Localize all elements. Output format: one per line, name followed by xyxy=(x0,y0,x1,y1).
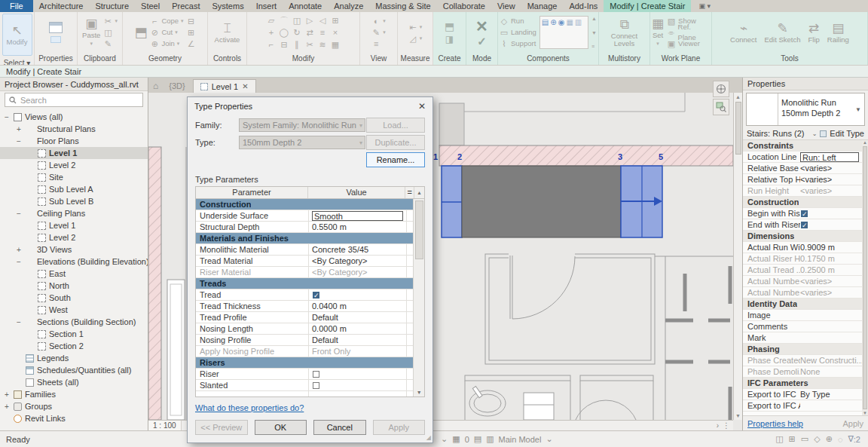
parameter-row[interactable]: Structural Depth 0.5500 m xyxy=(196,222,413,233)
property-value[interactable]: <varies> xyxy=(800,174,862,185)
connect-button[interactable]: ⌁ Connect xyxy=(730,22,756,44)
sketch-component-icon[interactable]: ◨ xyxy=(445,34,454,44)
property-value[interactable]: By Type xyxy=(800,389,862,400)
ref-plane-button[interactable]: ⌯Ref. Plane xyxy=(667,27,710,38)
zoom-region-icon[interactable] xyxy=(713,99,729,115)
checkbox-icon[interactable] xyxy=(313,292,319,299)
select-links-icon[interactable]: ▭ xyxy=(801,434,808,444)
type-select[interactable]: 150mm Depth 2 xyxy=(239,136,365,149)
property-row[interactable]: Location Line Run: Left xyxy=(743,152,862,163)
tree-item[interactable]: North xyxy=(0,280,148,292)
view-scale[interactable]: 1 : 100 xyxy=(148,421,182,430)
view-tab-3d[interactable]: {3D} xyxy=(162,79,191,93)
gallery-up-icon[interactable]: ▲ xyxy=(591,16,597,21)
tree-item[interactable]: West xyxy=(0,304,148,316)
copy-element-icon[interactable]: ◯ xyxy=(278,26,291,38)
offset-icon[interactable]: ⌒ xyxy=(278,14,291,26)
exclude-options-icon[interactable]: ◫ xyxy=(775,434,783,444)
set-workplane-button[interactable]: ▦ Set▾ xyxy=(652,17,664,47)
property-row[interactable]: IFC Parameters xyxy=(743,378,862,389)
spiral-run-icon[interactable]: ⊕ xyxy=(550,18,556,26)
tree-item[interactable]: East xyxy=(0,268,148,280)
property-value[interactable] xyxy=(800,332,862,343)
parameter-row[interactable]: Tread xyxy=(196,289,413,301)
tree-expander[interactable]: + xyxy=(3,403,11,411)
gallery-expand-icon[interactable]: ≡ xyxy=(591,44,597,49)
property-value[interactable] xyxy=(800,321,862,332)
editing-requests-icon[interactable]: ▤ xyxy=(474,434,481,444)
cut-geometry-button[interactable]: ⊘Cut▾ xyxy=(150,27,183,38)
cut-icon[interactable]: ✂ xyxy=(103,16,112,26)
ribbon-tab[interactable]: Collaborate xyxy=(437,0,491,12)
parameter-row[interactable]: Construction xyxy=(196,199,413,210)
checkbox-icon[interactable] xyxy=(313,382,319,389)
edit-in-place-icon[interactable]: ⊞ xyxy=(789,434,796,444)
parameter-value[interactable]: Front Only xyxy=(309,346,407,357)
tree-expander[interactable]: − xyxy=(15,258,23,266)
run-type-gallery[interactable]: ▤ ⊕ ◉ ▦ ▥ xyxy=(539,16,588,49)
ribbon-tab[interactable]: Analyze xyxy=(328,0,369,12)
properties-icon[interactable] xyxy=(49,22,63,33)
parameter-value[interactable]: Smooth xyxy=(309,210,407,221)
viewer-button[interactable]: ▣Viewer xyxy=(667,38,710,49)
run-button[interactable]: ◇Run xyxy=(500,16,536,26)
ribbon-tab[interactable]: Annotate xyxy=(283,0,328,12)
tree-item[interactable]: Sub Level B xyxy=(0,195,148,207)
table-scroll-up-icon[interactable]: ▲ xyxy=(414,187,424,198)
design-option-select[interactable]: Main Model xyxy=(499,435,542,444)
extend-icon[interactable]: ∥ xyxy=(291,38,304,51)
property-value[interactable] xyxy=(800,208,862,219)
properties-title[interactable]: Properties xyxy=(743,78,868,90)
cope-button[interactable]: ⌐Cope▾ xyxy=(150,16,183,26)
copy-icon[interactable]: ◫ xyxy=(103,27,112,38)
ribbon-state-toggle[interactable]: ▣ ▾ xyxy=(698,0,711,12)
ribbon-tab[interactable]: Systems xyxy=(206,0,249,12)
tree-item[interactable]: Site xyxy=(0,171,148,183)
ok-button[interactable]: OK xyxy=(255,420,307,435)
tree-expander[interactable]: − xyxy=(15,137,23,145)
beam-icon[interactable]: ⊟ xyxy=(187,16,196,26)
tree-item[interactable]: Section 1 xyxy=(0,328,148,340)
tree-item[interactable]: Level 2 xyxy=(0,159,148,171)
straight-run-icon[interactable]: ▤ xyxy=(542,18,549,26)
edit-sketch-button[interactable]: ✎ Edit Sketch xyxy=(764,22,800,44)
group-icon[interactable]: ▦ xyxy=(329,38,342,51)
tree-item[interactable]: Legends xyxy=(0,352,148,364)
dialog-resize-grip-icon[interactable]: ◢ xyxy=(426,434,431,441)
tree-item[interactable]: Section 2 xyxy=(0,340,148,352)
property-row[interactable]: Actual Run Wi... 0.9009 m xyxy=(743,242,862,253)
modify-button[interactable]: ↖ Modify xyxy=(2,14,32,56)
drag-selection-icon[interactable]: ◌ xyxy=(838,435,843,444)
property-value[interactable]: 0.2500 m xyxy=(800,265,862,275)
select-pinned-icon[interactable]: ⊕ xyxy=(826,434,833,444)
property-row[interactable]: Run Height <varies> xyxy=(743,185,862,197)
duplicate-button[interactable]: Duplicate... xyxy=(366,135,425,150)
property-row[interactable]: Relative Top H... <varies> xyxy=(743,174,862,185)
tree-expander[interactable]: + xyxy=(15,246,23,254)
selection-caret-icon[interactable]: ⌄ xyxy=(812,130,818,137)
properties-help-link[interactable]: Properties help xyxy=(747,419,803,428)
gallery-down-icon[interactable]: ▼ xyxy=(591,30,597,35)
tree-item[interactable]: South xyxy=(0,292,148,304)
properties-doc-link[interactable]: What do these properties do? xyxy=(195,403,425,412)
pin-icon[interactable]: ≡ xyxy=(316,26,329,38)
ribbon-tab[interactable]: Add-Ins xyxy=(563,0,604,12)
parameter-row[interactable]: Underside Surface Smooth xyxy=(196,210,413,222)
property-value[interactable] xyxy=(780,344,862,354)
tree-item[interactable]: Revit Links xyxy=(0,412,148,424)
parameter-row[interactable]: Riser xyxy=(196,369,413,380)
property-value[interactable]: 0.9009 m xyxy=(800,242,862,253)
activate-controls-button[interactable]: ⌶ Activate xyxy=(215,22,240,44)
rotate-icon[interactable]: ↻ xyxy=(291,26,304,38)
parameter-value[interactable]: Default xyxy=(309,335,407,345)
ribbon-tab[interactable]: Insert xyxy=(250,0,283,12)
connect-levels-button[interactable]: ⧉ Connect Levels xyxy=(601,18,648,47)
tree-item[interactable]: + Families xyxy=(0,388,148,400)
parameter-value[interactable]: 0.0000 m xyxy=(309,323,407,334)
property-row[interactable]: Image xyxy=(743,310,862,321)
hide-elements-icon[interactable]: ◐ xyxy=(371,16,381,26)
apply-button[interactable]: Apply xyxy=(373,420,426,435)
steering-wheel-icon[interactable] xyxy=(713,81,729,97)
scroll-up-icon[interactable]: ▲ xyxy=(735,94,741,100)
tree-item[interactable]: − Elevations (Building Elevation) xyxy=(0,256,148,268)
